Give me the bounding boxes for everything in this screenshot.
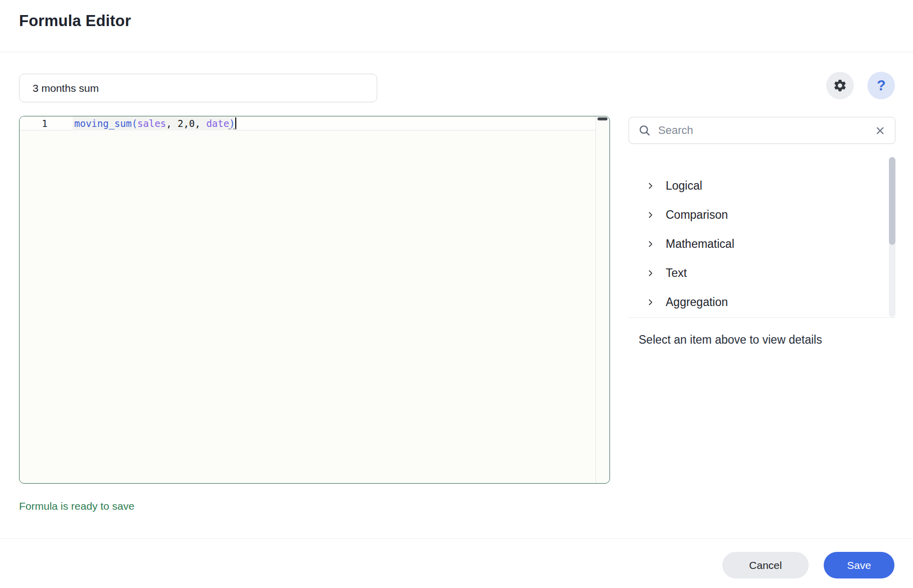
token-column: date [206, 118, 229, 129]
list-scrollbar[interactable] [889, 157, 895, 317]
gear-icon [833, 78, 847, 93]
chevron-right-icon [646, 269, 655, 277]
chevron-right-icon [646, 182, 655, 190]
category-label: Mathematical [666, 237, 734, 251]
formula-code-editor[interactable]: 1 moving_sum(sales, 2,0, date) [19, 116, 610, 484]
details-hint: Select an item above to view details [639, 333, 822, 347]
settings-button[interactable] [826, 72, 854, 99]
token-column: sales [137, 118, 166, 129]
line-number: 1 [40, 118, 50, 129]
token-number: 2,0 [178, 118, 195, 129]
clear-search-button[interactable] [872, 123, 888, 138]
formula-name-input[interactable] [19, 74, 377, 102]
category-label: Comparison [666, 208, 728, 222]
list-divider [629, 317, 895, 318]
question-mark-icon: ? [877, 77, 886, 94]
editor-gutter-divider [595, 116, 596, 483]
formula-editor-dialog: Formula Editor ? 1 moving_sum(sales, 2,0… [0, 0, 913, 588]
status-message: Formula is ready to save [19, 500, 134, 512]
formula-expression: moving_sum(sales, 2,0, date) [73, 116, 236, 130]
token-separator: , [166, 118, 178, 129]
editor-scrollbar-thumb[interactable] [597, 117, 607, 120]
chevron-right-icon [646, 240, 655, 248]
footer-divider [0, 538, 913, 539]
save-button[interactable]: Save [824, 552, 894, 578]
category-row-comparison[interactable]: Comparison [629, 200, 882, 229]
function-search [629, 117, 895, 144]
category-row-text[interactable]: Text [629, 258, 882, 287]
token-separator: , [195, 118, 206, 129]
page-title: Formula Editor [19, 12, 131, 30]
cancel-button[interactable]: Cancel [722, 552, 809, 578]
chevron-right-icon [646, 298, 655, 307]
category-label: Logical [666, 179, 702, 193]
search-input[interactable] [658, 124, 872, 137]
list-scrollbar-thumb[interactable] [889, 157, 895, 245]
lint-underline [228, 117, 236, 129]
token-function: moving_sum( [74, 118, 137, 129]
help-button[interactable]: ? [867, 72, 895, 99]
header-divider [0, 52, 913, 52]
search-icon [638, 124, 651, 137]
close-icon [874, 125, 886, 136]
chevron-right-icon [646, 211, 655, 219]
category-row-aggregation[interactable]: Aggregation [629, 287, 882, 317]
category-row-mathematical[interactable]: Mathematical [629, 229, 882, 258]
category-row-logical[interactable]: Logical [629, 171, 882, 200]
code-line[interactable]: 1 moving_sum(sales, 2,0, date) [20, 116, 595, 130]
function-category-list: Logical Comparison Mathematical Text Agg… [629, 171, 882, 317]
category-label: Aggregation [666, 296, 728, 309]
category-label: Text [666, 266, 687, 280]
